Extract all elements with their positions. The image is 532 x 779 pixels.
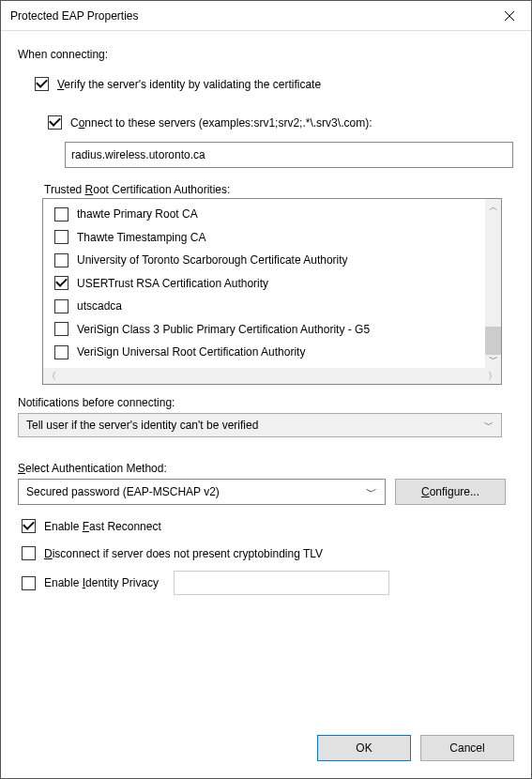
servers-input[interactable] — [65, 142, 513, 168]
disconnect-row: Disconnect if server does not present cr… — [18, 543, 514, 563]
identity-privacy-row: Enable Identity Privacy — [18, 571, 514, 595]
ca-label: thawte Primary Root CA — [77, 207, 198, 221]
fast-reconnect-checkbox[interactable] — [22, 519, 36, 533]
ca-checkbox[interactable] — [54, 276, 68, 290]
trusted-root-label: Trusted Root Certification Authorities: — [44, 183, 514, 196]
list-item[interactable]: thawte Primary Root CA — [45, 203, 483, 226]
ca-checkbox[interactable] — [54, 230, 68, 244]
content-pane: When connecting: Verify the server's ide… — [1, 31, 531, 720]
ca-label: USERTrust RSA Certification Authority — [77, 277, 268, 290]
verify-label: Verify the server's identity by validati… — [57, 78, 321, 91]
fast-reconnect-row: Enable Fast Reconnect — [18, 516, 514, 536]
disconnect-label: Disconnect if server does not present cr… — [44, 547, 323, 560]
footer: OK Cancel — [1, 720, 531, 778]
select-method-label: Select Authentication Method: — [18, 462, 514, 475]
chevron-down-icon: ﹀ — [484, 419, 494, 432]
list-item[interactable]: utscadca — [45, 295, 483, 318]
connect-servers-row: Connect to these servers (examples:srv1;… — [44, 113, 514, 132]
list-item[interactable]: USERTrust RSA Certification Authority — [45, 272, 483, 296]
scroll-down-icon[interactable]: ﹀ — [489, 355, 498, 364]
notifications-label: Notifications before connecting: — [18, 396, 514, 409]
ca-label: utscadca — [77, 299, 122, 313]
cancel-button[interactable]: Cancel — [420, 735, 514, 761]
connect-servers-checkbox[interactable] — [48, 115, 62, 130]
notifications-value: Tell user if the server's identity can't… — [26, 419, 258, 432]
list-item[interactable]: Thawte Timestamping CA — [45, 226, 483, 250]
identity-privacy-checkbox[interactable] — [22, 576, 36, 590]
vertical-scrollbar[interactable]: ︿ ﹀ — [485, 199, 501, 368]
when-connecting-label: When connecting: — [18, 48, 514, 61]
disconnect-checkbox[interactable] — [22, 546, 36, 560]
configure-button[interactable]: Configure... — [395, 479, 506, 505]
scrollbar-thumb[interactable] — [485, 327, 501, 355]
close-icon — [505, 11, 514, 21]
identity-privacy-input[interactable] — [174, 571, 389, 595]
auth-method-value: Secured password (EAP-MSCHAP v2) — [26, 485, 220, 498]
ca-checkbox[interactable] — [54, 207, 68, 221]
list-item[interactable]: VeriSign Universal Root Certification Au… — [45, 341, 483, 364]
identity-privacy-label: Enable Identity Privacy — [44, 576, 159, 589]
fast-reconnect-label: Enable Fast Reconnect — [44, 520, 161, 533]
scroll-left-icon[interactable]: 〈 — [47, 372, 56, 381]
auth-method-dropdown[interactable]: Secured password (EAP-MSCHAP v2) ﹀ — [18, 479, 386, 505]
ca-checkbox[interactable] — [54, 345, 68, 359]
scroll-right-icon[interactable]: 〉 — [488, 372, 497, 381]
window-title: Protected EAP Properties — [10, 9, 139, 23]
connect-servers-label: Connect to these servers (examples:srv1;… — [70, 116, 372, 130]
trusted-root-list: thawte Primary Root CAThawte Timestampin… — [43, 199, 485, 368]
horizontal-scrollbar[interactable]: 〈 〉 — [43, 368, 501, 384]
list-item[interactable]: University of Toronto Scarborough Certif… — [45, 249, 483, 272]
ca-checkbox[interactable] — [54, 253, 68, 267]
close-button[interactable] — [488, 1, 531, 31]
titlebar: Protected EAP Properties — [1, 1, 531, 31]
method-row: Secured password (EAP-MSCHAP v2) ﹀ Confi… — [18, 479, 514, 505]
verify-checkbox[interactable] — [35, 77, 49, 91]
ca-label: University of Toronto Scarborough Certif… — [77, 253, 348, 267]
verify-row: Verify the server's identity by validati… — [31, 74, 514, 94]
ca-checkbox[interactable] — [54, 322, 68, 336]
ca-label: VeriSign Universal Root Certification Au… — [77, 345, 305, 359]
ca-label: VeriSign Class 3 Public Primary Certific… — [77, 323, 370, 336]
notifications-dropdown[interactable]: Tell user if the server's identity can't… — [18, 413, 502, 437]
chevron-down-icon: ﹀ — [366, 484, 377, 500]
trusted-root-listbox[interactable]: thawte Primary Root CAThawte Timestampin… — [42, 198, 502, 385]
list-item[interactable]: VeriSign Class 3 Public Primary Certific… — [45, 318, 483, 342]
ca-checkbox[interactable] — [54, 299, 68, 313]
ca-label: Thawte Timestamping CA — [77, 231, 205, 244]
scroll-up-icon[interactable]: ︿ — [489, 203, 498, 212]
servers-input-wrap — [65, 136, 514, 168]
ok-button[interactable]: OK — [317, 735, 411, 761]
